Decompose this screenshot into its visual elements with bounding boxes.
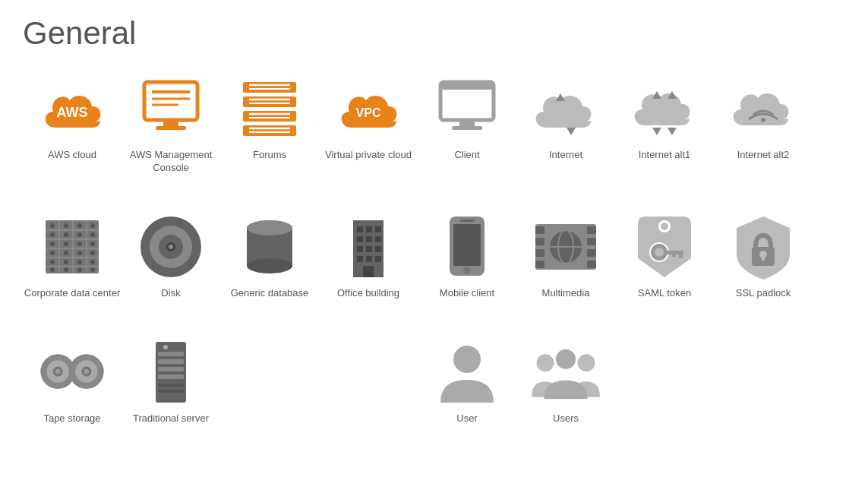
icon-item-saml-token[interactable]: SAML token xyxy=(615,213,714,300)
svg-point-45 xyxy=(64,232,68,237)
row-divider-1 xyxy=(23,198,845,205)
svg-rect-90 xyxy=(459,220,475,222)
icon-item-vpc[interactable]: VPC Virtual private cloud xyxy=(319,74,418,162)
aws-console-label: AWS Management Console xyxy=(122,149,220,175)
svg-rect-86 xyxy=(363,266,374,277)
svg-rect-85 xyxy=(375,256,381,262)
svg-point-58 xyxy=(77,260,82,264)
svg-rect-23 xyxy=(452,126,482,130)
svg-point-68 xyxy=(169,245,173,249)
icon-item-aws-console[interactable]: AWS Management Console xyxy=(122,74,220,175)
generic-database-icon xyxy=(235,213,304,281)
svg-rect-93 xyxy=(535,238,544,245)
svg-point-46 xyxy=(77,232,82,237)
svg-rect-1 xyxy=(144,82,197,120)
svg-rect-81 xyxy=(366,246,372,252)
icon-item-internet-alt2[interactable]: Internet alt2 xyxy=(714,74,813,162)
svg-point-52 xyxy=(50,251,55,255)
svg-rect-83 xyxy=(357,256,363,262)
svg-point-63 xyxy=(90,267,95,272)
svg-marker-24 xyxy=(556,93,565,101)
svg-point-55 xyxy=(90,251,95,255)
svg-point-131 xyxy=(537,354,554,371)
internet-label: Internet xyxy=(549,149,582,162)
icon-item-office-building[interactable]: Office building xyxy=(319,213,418,300)
user-icon xyxy=(433,338,501,406)
internet-icon xyxy=(532,74,600,143)
svg-rect-125 xyxy=(158,367,184,371)
svg-rect-77 xyxy=(357,236,363,242)
svg-rect-98 xyxy=(587,249,596,257)
svg-rect-110 xyxy=(672,251,676,257)
forums-icon xyxy=(235,74,304,143)
traditional-server-icon xyxy=(137,338,205,406)
svg-point-40 xyxy=(50,223,55,228)
corporate-data-center-icon xyxy=(38,213,106,281)
svg-rect-88 xyxy=(453,224,481,266)
svg-rect-113 xyxy=(762,254,765,261)
svg-rect-10 xyxy=(243,96,296,107)
svg-point-71 xyxy=(247,258,292,273)
svg-point-43 xyxy=(90,223,95,228)
icon-item-internet[interactable]: Internet xyxy=(516,74,615,162)
svg-point-132 xyxy=(578,354,595,371)
svg-point-50 xyxy=(77,242,82,246)
svg-rect-84 xyxy=(366,256,372,262)
internet-alt1-label: Internet alt1 xyxy=(639,149,691,162)
aws-console-icon xyxy=(137,74,205,143)
svg-rect-74 xyxy=(357,226,363,232)
svg-rect-75 xyxy=(366,226,372,232)
svg-point-44 xyxy=(50,232,55,237)
svg-rect-80 xyxy=(357,246,363,252)
svg-rect-92 xyxy=(535,226,544,234)
icon-item-ssl-padlock[interactable]: SSL padlock xyxy=(714,213,813,300)
svg-rect-94 xyxy=(535,249,544,257)
svg-marker-28 xyxy=(652,128,661,135)
internet-alt1-icon xyxy=(630,74,699,143)
svg-point-61 xyxy=(64,267,68,272)
multimedia-label: Multimedia xyxy=(542,287,590,300)
forums-label: Forums xyxy=(253,149,286,162)
icon-item-aws-cloud[interactable]: AWS AWS cloud xyxy=(23,74,122,162)
svg-point-107 xyxy=(655,248,664,257)
internet-alt2-icon xyxy=(729,74,797,143)
row-divider-2 xyxy=(23,323,845,330)
vpc-label: Virtual private cloud xyxy=(325,149,412,162)
svg-point-48 xyxy=(50,242,55,246)
cdc-label: Corporate data center xyxy=(24,287,120,300)
icon-item-user[interactable]: User xyxy=(418,338,516,425)
multimedia-icon xyxy=(532,213,600,281)
svg-rect-99 xyxy=(587,261,596,268)
generic-database-label: Generic database xyxy=(231,287,309,300)
svg-point-117 xyxy=(55,369,61,374)
office-building-label: Office building xyxy=(337,287,399,300)
svg-rect-109 xyxy=(679,251,683,258)
icon-item-disk[interactable]: Disk xyxy=(122,213,220,300)
svg-point-42 xyxy=(77,223,82,228)
icon-item-mobile-client[interactable]: Mobile client xyxy=(418,213,516,300)
icon-item-generic-database[interactable]: Generic database xyxy=(220,213,319,300)
icon-item-traditional-server[interactable]: Traditional server xyxy=(122,338,220,425)
svg-point-59 xyxy=(90,260,95,264)
icon-item-multimedia[interactable]: Multimedia xyxy=(516,213,615,300)
svg-point-129 xyxy=(163,345,168,349)
client-label: Client xyxy=(454,149,479,162)
svg-text:VPC: VPC xyxy=(356,106,381,119)
svg-rect-78 xyxy=(366,236,372,242)
svg-point-72 xyxy=(247,220,292,235)
svg-rect-128 xyxy=(158,390,184,393)
icon-item-client[interactable]: Client xyxy=(418,74,516,162)
svg-rect-97 xyxy=(587,238,596,245)
icon-item-users[interactable]: Users xyxy=(516,338,615,425)
svg-rect-82 xyxy=(375,246,381,252)
svg-rect-126 xyxy=(158,374,184,379)
icon-item-tape-storage[interactable]: Tape storage xyxy=(23,338,122,425)
icon-item-cdc[interactable]: Corporate data center xyxy=(23,213,122,300)
svg-point-51 xyxy=(90,242,95,246)
saml-token-label: SAML token xyxy=(638,287,691,300)
svg-rect-13 xyxy=(243,111,296,122)
icon-item-forums[interactable]: Forums xyxy=(220,74,319,162)
svg-rect-5 xyxy=(163,120,178,126)
svg-point-130 xyxy=(453,346,481,373)
icon-item-internet-alt1[interactable]: Internet alt1 xyxy=(615,74,714,162)
